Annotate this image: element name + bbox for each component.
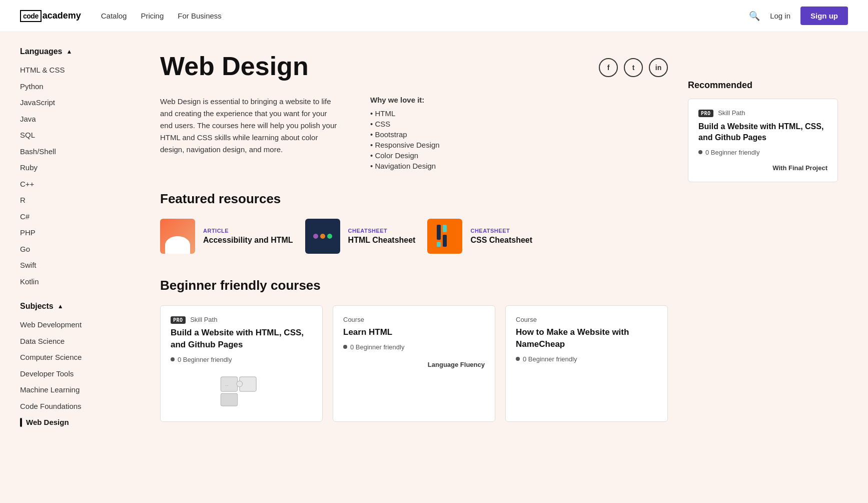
featured-type-2: CHEATSHEET [470, 228, 532, 234]
sidebar-item-go[interactable]: Go [20, 241, 125, 258]
signup-button[interactable]: Sign up [800, 7, 848, 25]
facebook-share-button[interactable]: f [599, 58, 618, 77]
content-with-right-panel: Web Design f t in Web Design is essentia… [160, 52, 838, 422]
featured-grid: ARTICLE Accessibility and HTML CHEATSHEE… [160, 219, 668, 254]
rec-card-title: Build a Website with HTML, CSS, and Gith… [698, 121, 827, 144]
beginner-section-title: Beginner friendly courses [160, 278, 668, 293]
why-love-section: Why we love it: HTML CSS Bootstrap Respo… [370, 96, 440, 171]
featured-thumb-2 [427, 219, 462, 254]
course-card-0[interactable]: PRO Skill Path Build a Website with HTML… [160, 305, 323, 422]
svg-point-9 [237, 381, 243, 387]
featured-name-2: CSS Cheatsheet [470, 236, 532, 245]
sidebar-item-r[interactable]: R [20, 192, 125, 209]
content-main: Web Design f t in Web Design is essentia… [160, 52, 668, 422]
sidebar-item-html-css[interactable]: HTML & CSS [20, 62, 125, 79]
nav-links: Catalog Pricing For Business [101, 12, 749, 20]
logo-code: code [20, 10, 42, 22]
dot-icon [343, 345, 347, 349]
catalog-link[interactable]: Catalog [101, 12, 127, 20]
languages-chevron-icon: ▲ [66, 48, 72, 55]
main-content: Web Design f t in Web Design is essentia… [140, 32, 868, 503]
why-love-item: Color Design [370, 150, 440, 161]
course-title-1: Learn HTML [343, 326, 485, 338]
why-love-title: Why we love it: [370, 96, 440, 104]
page-header: Web Design f t in [160, 52, 668, 81]
svg-rect-5 [443, 235, 447, 247]
why-love-list: HTML CSS Bootstrap Responsive Design Col… [370, 108, 440, 171]
sidebar-item-python[interactable]: Python [20, 79, 125, 95]
right-panel: Recommended PRO Skill Path Build a Websi… [688, 52, 838, 422]
sidebar-item-computer-science[interactable]: Computer Science [20, 349, 125, 366]
page-title: Web Design [160, 52, 309, 81]
linkedin-share-button[interactable]: in [649, 58, 668, 77]
featured-card-2[interactable]: CHEATSHEET CSS Cheatsheet [427, 219, 532, 254]
svg-rect-6 [221, 377, 237, 391]
for-business-link[interactable]: For Business [178, 12, 222, 20]
sidebar-item-sql[interactable]: SQL [20, 127, 125, 144]
svg-rect-4 [443, 225, 447, 232]
course-title-0: Build a Website with HTML, CSS, and Gith… [171, 327, 312, 351]
rec-beginner-badge: 0 Beginner friendly [698, 149, 827, 156]
sidebar-item-bash[interactable]: Bash/Shell [20, 144, 125, 160]
login-button[interactable]: Log in [770, 12, 790, 20]
languages-section-toggle[interactable]: Languages ▲ [20, 47, 125, 56]
why-love-item: Bootstrap [370, 129, 440, 140]
sidebar-item-cpp[interactable]: C++ [20, 176, 125, 193]
course-type-0: PRO Skill Path [171, 316, 312, 324]
languages-title: Languages [20, 47, 62, 56]
svg-rect-3 [437, 242, 441, 247]
featured-info-1: CHEATSHEET HTML Cheatsheet [348, 228, 416, 245]
course-card-1[interactable]: Course Learn HTML 0 Beginner friendly La… [333, 305, 495, 422]
sidebar-item-swift[interactable]: Swift [20, 257, 125, 274]
sidebar-item-developer-tools[interactable]: Developer Tools [20, 366, 125, 382]
svg-text:...: ... [225, 382, 228, 387]
logo[interactable]: codeacademy [20, 10, 81, 22]
featured-info-0: ARTICLE Accessibility and HTML [203, 228, 293, 245]
sidebar-item-data-science[interactable]: Data Science [20, 333, 125, 350]
course-illustration-0: ... [171, 371, 312, 411]
rec-beginner-label: 0 Beginner friendly [705, 149, 759, 156]
featured-type-1: CHEATSHEET [348, 228, 416, 234]
sidebar-item-php[interactable]: PHP [20, 225, 125, 241]
featured-name-1: HTML Cheatsheet [348, 236, 416, 245]
recommended-card[interactable]: PRO Skill Path Build a Website with HTML… [688, 99, 838, 182]
course-beginner-2: 0 Beginner friendly [516, 355, 657, 363]
sidebar-item-javascript[interactable]: JavaScript [20, 95, 125, 111]
sidebar-item-kotlin[interactable]: Kotlin [20, 274, 125, 290]
fluency-label: Language Fluency [343, 361, 485, 368]
sidebar-item-machine-learning[interactable]: Machine Learning [20, 382, 125, 398]
page-description: Web Design is essential to bringing a we… [160, 96, 340, 171]
sidebar-item-java[interactable]: Java [20, 111, 125, 128]
subjects-title: Subjects [20, 302, 54, 311]
course-type-2: Course [516, 316, 657, 323]
pricing-link[interactable]: Pricing [141, 12, 164, 20]
sidebar-item-csharp[interactable]: C# [20, 209, 125, 225]
course-card-2[interactable]: Course How to Make a Website with NameCh… [505, 305, 668, 422]
sidebar-item-ruby[interactable]: Ruby [20, 160, 125, 176]
dot-icon [171, 357, 175, 361]
featured-thumb-0 [160, 219, 195, 254]
why-love-item: Navigation Design [370, 161, 440, 171]
dot-icon [698, 150, 702, 154]
search-button[interactable]: 🔍 [749, 11, 760, 22]
svg-rect-8 [221, 393, 237, 406]
why-love-item: CSS [370, 119, 440, 129]
featured-card-1[interactable]: CHEATSHEET HTML Cheatsheet [305, 219, 416, 254]
sidebar-item-web-design[interactable]: Web Design [20, 414, 125, 431]
featured-type-0: ARTICLE [203, 228, 293, 234]
logo-rest: academy [43, 11, 81, 21]
description-section: Web Design is essential to bringing a we… [160, 96, 668, 171]
course-beginner-1: 0 Beginner friendly [343, 343, 485, 351]
sidebar-item-code-foundations[interactable]: Code Foundations [20, 398, 125, 415]
subjects-section-toggle[interactable]: Subjects ▲ [20, 302, 125, 311]
sidebar: Languages ▲ HTML & CSS Python JavaScript… [0, 32, 140, 503]
sidebar-item-web-dev[interactable]: Web Development [20, 317, 125, 333]
navbar: codeacademy Catalog Pricing For Business… [0, 0, 868, 32]
twitter-share-button[interactable]: t [624, 58, 643, 77]
social-icons: f t in [599, 58, 668, 77]
course-type-1: Course [343, 316, 485, 323]
course-title-2: How to Make a Website with NameCheap [516, 326, 657, 350]
featured-thumb-1 [305, 219, 340, 254]
featured-card-0[interactable]: ARTICLE Accessibility and HTML [160, 219, 293, 254]
page-layout: Languages ▲ HTML & CSS Python JavaScript… [0, 32, 868, 503]
